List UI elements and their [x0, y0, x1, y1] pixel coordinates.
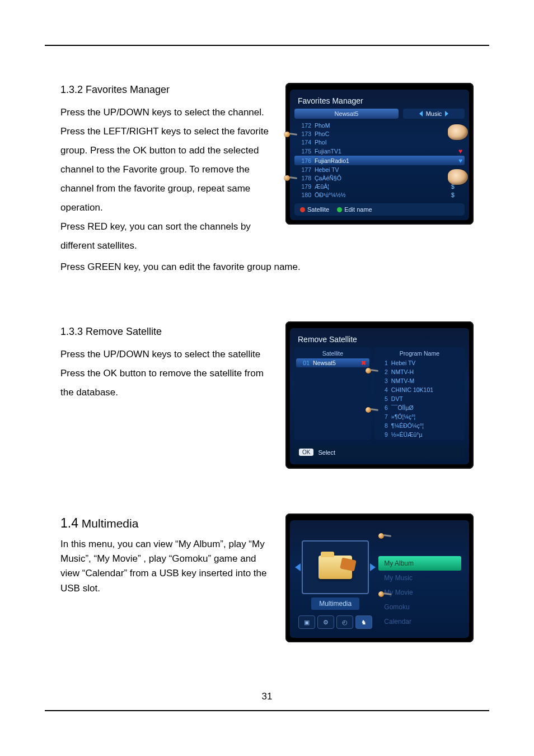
ok-chip: OK: [299, 449, 313, 456]
mm-category-tabs[interactable]: ▣⚙◴♞: [298, 615, 372, 629]
page-number: 31: [45, 691, 489, 702]
rm-satellite-list[interactable]: Satellite 01Newsat5✖: [294, 347, 371, 440]
channel-row[interactable]: 175FujianTV1♥: [294, 146, 465, 156]
hand-icon: [448, 169, 468, 185]
channel-name: PhoM: [315, 122, 448, 129]
arrow-left-icon[interactable]: [295, 563, 301, 571]
mm-menu-item[interactable]: Calendar: [378, 614, 461, 629]
rm-program-list[interactable]: Program Name 1Hebei TV2NMTV-H3NMTV-M4CHI…: [374, 347, 465, 440]
fav-title: Favorites Manager: [294, 93, 465, 109]
mm-menu-item[interactable]: Gomoku: [378, 600, 461, 614]
rm-title: Remove Satellite: [294, 332, 465, 347]
channel-row[interactable]: 172PhoM: [294, 121, 465, 129]
program-row[interactable]: 8¶¼ÊÐÓ¼ç°¦: [374, 421, 465, 430]
fav-channel-list[interactable]: 172PhoM173PhoC174PhoI175FujianTV1♥176Fuj…: [294, 121, 465, 199]
channel-row[interactable]: 174PhoI: [294, 138, 465, 146]
program-row[interactable]: 7»¶Ó¦¼ç°¦: [374, 412, 465, 421]
favorites-para-4: Press GREEN key, you can edit the favori…: [60, 258, 474, 277]
heading-favorites: 1.3.2 Favorites Manager: [60, 80, 275, 100]
program-row[interactable]: 4CHINIC 10K101: [374, 385, 465, 394]
arrow-right-icon[interactable]: [370, 563, 376, 571]
program-row[interactable]: 2NMTV-H: [374, 367, 465, 376]
folder-icon: [318, 556, 352, 579]
channel-name: ÇaÀéÑ§Ô: [315, 175, 448, 181]
channel-row[interactable]: 173PhoC: [294, 129, 465, 138]
fav-group-label: Music: [426, 110, 442, 117]
mm-tab[interactable]: ♞: [355, 615, 372, 629]
channel-name: FujianTV1: [315, 148, 444, 155]
channel-row[interactable]: 178ÇaÀéÑ§Ô$: [294, 174, 465, 182]
favorites-para-3: Press RED key, you can sort the channels…: [60, 217, 275, 255]
channel-number: 173: [297, 130, 311, 137]
hint-satellite: Satellite: [300, 206, 329, 213]
heart-icon: ♥: [458, 147, 462, 155]
channel-number: 177: [297, 166, 311, 173]
arrow-right-icon[interactable]: [445, 111, 448, 116]
hint-edit-name: Edit name: [337, 206, 372, 213]
rm-hint-bar: OK Select: [294, 446, 465, 459]
remove-para-1: Press the UP/DOWN keys to select the sat…: [60, 345, 275, 364]
heading-remove: 1.3.3 Remove Satellite: [60, 321, 275, 342]
pushpin-icon: [378, 590, 391, 598]
channel-name: PhoC: [315, 130, 448, 137]
program-row[interactable]: 5DVT: [374, 394, 465, 403]
satellite-row[interactable]: 01Newsat5✖: [296, 358, 369, 367]
arrow-left-icon[interactable]: [419, 111, 423, 116]
heading-multimedia: 1.4 Multimedia: [60, 514, 275, 534]
mm-menu-item[interactable]: My Movie: [378, 585, 461, 600]
rm-right-header: Program Name: [374, 348, 465, 358]
mm-preview-card[interactable]: [302, 540, 369, 594]
section-favorites: 1.3.2 Favorites Manager Press the UP/DOW…: [60, 80, 474, 277]
mm-menu-item[interactable]: My Music: [378, 571, 461, 585]
channel-row[interactable]: 180ÖÐ¹ú°¼½½$: [294, 190, 465, 199]
channel-name: FujianRadio1: [315, 157, 444, 164]
mm-tab[interactable]: ⚙: [317, 615, 334, 629]
channel-name: ÆûÂ¦: [315, 183, 448, 190]
section-remove-satellite: 1.3.3 Remove Satellite Press the UP/DOWN…: [60, 321, 474, 469]
screenshot-favorites: Favorites Manager Newsat5 Music: [285, 83, 474, 225]
program-row[interactable]: 9½»ÉÜÆü°µ: [374, 430, 465, 439]
red-dot-icon: [300, 207, 305, 212]
channel-number: 179: [297, 183, 311, 190]
favorites-para-2: Press the LEFT/RIGHT keys to select the …: [60, 122, 275, 217]
rm-hint-text: Select: [318, 449, 335, 456]
favorites-para-1: Press the UP/DOWN keys to select the cha…: [60, 103, 275, 122]
channel-paid-mark: $: [451, 192, 459, 198]
channel-number: 175: [297, 148, 311, 155]
channel-number: 172: [297, 122, 311, 129]
channel-row[interactable]: 177Hebei TV: [294, 165, 465, 174]
mm-menu-item[interactable]: My Album: [378, 556, 461, 571]
remove-mark-icon: ✖: [361, 360, 366, 366]
channel-number: 176: [297, 157, 311, 164]
mm-tab[interactable]: ◴: [336, 615, 353, 629]
channel-number: 174: [297, 139, 311, 146]
program-row[interactable]: 3NMTV-M: [374, 376, 465, 385]
pushpin-icon: [284, 130, 297, 138]
mm-panel-label: Multimedia: [311, 598, 359, 610]
mm-menu-list[interactable]: My AlbumMy MusicMy MovieGomokuCalendar: [378, 542, 461, 629]
mm-tab[interactable]: ▣: [298, 615, 315, 629]
multimedia-para-1: In this menu, you can view “My Album”, p…: [60, 537, 275, 596]
rm-left-header: Satellite: [294, 348, 371, 358]
section-multimedia: 1.4 Multimedia In this menu, you can vie…: [60, 514, 474, 642]
green-dot-icon: [337, 207, 342, 212]
fav-group-selector[interactable]: Music: [403, 109, 465, 119]
channel-row[interactable]: 176FujianRadio1♥: [294, 156, 465, 165]
heart-icon: ♥: [458, 157, 462, 165]
pushpin-icon: [366, 405, 378, 413]
program-row[interactable]: 1Hebei TV: [374, 358, 465, 367]
channel-name: PhoI: [315, 139, 448, 146]
remove-para-2: Press the OK button to remove the satell…: [60, 364, 275, 402]
screenshot-multimedia: Multimedia ▣⚙◴♞ My AlbumMy MusicMy Movie…: [285, 514, 474, 642]
hand-icon: [448, 124, 468, 140]
fav-satellite-header[interactable]: Newsat5: [294, 109, 399, 119]
program-row[interactable]: 6¯¯ÖÏÌµØ: [374, 403, 465, 412]
pushpin-icon: [284, 174, 297, 181]
channel-name: ÖÐ¹ú°¼½½: [315, 192, 448, 198]
pushpin-icon: [366, 366, 378, 374]
channel-number: 178: [297, 175, 311, 181]
channel-number: 180: [297, 192, 311, 198]
fav-hint-bar: Satellite Edit name: [294, 203, 465, 216]
channel-row[interactable]: 179ÆûÂ¦$: [294, 182, 465, 190]
pushpin-icon: [378, 531, 391, 539]
